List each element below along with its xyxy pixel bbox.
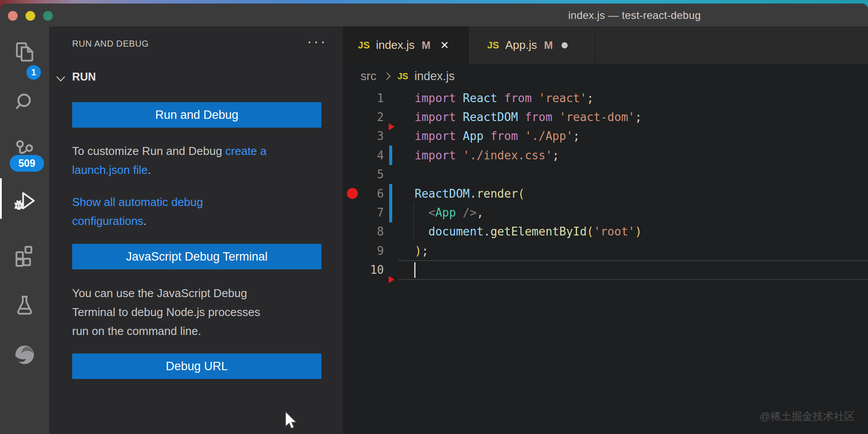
breakpoint-gutter[interactable] (343, 88, 361, 107)
js-debug-terminal-button[interactable]: JavaScript Debug Terminal (72, 244, 321, 269)
breakpoint-gutter[interactable] (343, 165, 361, 184)
vscode-window: index.js — test-react-debug 1 (0, 4, 868, 434)
line-number[interactable]: 1 (361, 92, 384, 105)
run-section-header[interactable]: RUN (49, 70, 343, 85)
breadcrumb-file[interactable]: index.js (414, 70, 455, 83)
code-line[interactable]: 6ReactDOM.render( (343, 184, 868, 203)
line-number[interactable]: 9 (361, 244, 384, 257)
line-number[interactable]: 8 (361, 225, 384, 238)
edge-browser-icon[interactable] (12, 342, 37, 367)
debug-icon (12, 188, 37, 213)
code-line[interactable]: 1import React from 'react'; (343, 88, 868, 107)
customize-hint-text: To customize Run and Debug create a laun… (72, 142, 332, 180)
code-line[interactable]: 10 (343, 261, 868, 280)
code-line[interactable]: 5 (343, 165, 868, 184)
breakpoint-gutter[interactable] (343, 241, 361, 260)
files-icon (12, 40, 37, 64)
breakpoint-gutter[interactable] (343, 203, 361, 222)
code-line[interactable]: 4import './index.css'; (343, 146, 868, 165)
sidebar-item-explorer[interactable] (12, 40, 37, 64)
unsaved-dot-icon[interactable] (562, 42, 568, 48)
screen: index.js — test-react-debug 1 (0, 0, 868, 434)
git-modified-bar (389, 203, 392, 222)
watermark: @稀土掘金技术社区 (760, 409, 855, 423)
sidebar-item-search[interactable] (12, 90, 37, 115)
breakpoint-gutter[interactable] (343, 107, 361, 126)
breakpoint-gutter[interactable] (343, 146, 361, 165)
more-actions-button[interactable]: ··· (307, 34, 327, 48)
sidebar-item-testing[interactable] (12, 293, 37, 317)
run-and-debug-panel: RUN AND DEBUG ··· RUN Run and Debug To c… (49, 26, 343, 434)
code-text: ); (415, 244, 428, 257)
line-number[interactable]: 7 (361, 206, 384, 219)
minimize-window-button[interactable] (26, 11, 35, 21)
code-text: <App />, (415, 206, 484, 219)
show-debug-configs-link[interactable]: Show all automatic debug (72, 195, 203, 209)
active-view-indicator (0, 178, 2, 219)
window-title: index.js — test-react-debug (510, 9, 759, 22)
breakpoint-gutter[interactable] (343, 222, 361, 241)
extensions-icon (12, 242, 37, 267)
code-text: import React from 'react'; (415, 92, 594, 105)
tab-label: App.js (505, 38, 537, 52)
text-cursor (414, 262, 416, 278)
modified-badge: M (422, 39, 430, 51)
breakpoint-gutter[interactable] (343, 261, 361, 280)
panel-title: RUN AND DEBUG (72, 39, 149, 49)
tab-bar: JS index.js M ✕ JS App.js M (343, 26, 868, 64)
indent-guide (413, 222, 414, 241)
git-modified-bar (389, 146, 392, 165)
line-number[interactable]: 5 (361, 168, 384, 181)
chevron-right-icon (384, 73, 390, 79)
code-editor[interactable]: 1import React from 'react';2import React… (343, 88, 868, 434)
code-text: import App from './App'; (415, 129, 580, 143)
run-and-debug-button[interactable]: Run and Debug (72, 102, 321, 128)
red-marker-icon (389, 123, 394, 130)
indent-guide (413, 203, 414, 222)
code-text: import './index.css'; (415, 149, 559, 162)
breadcrumb: src JS index.js (343, 64, 868, 88)
red-marker-icon (389, 276, 394, 283)
code-text: document.getElementById('root') (415, 225, 642, 238)
code-text: import ReactDOM from 'react-dom'; (415, 110, 642, 124)
modified-badge: M (544, 39, 553, 51)
breakpoint-gutter[interactable] (343, 127, 361, 146)
breakpoint-icon[interactable] (347, 188, 358, 199)
titlebar[interactable]: index.js — test-react-debug (0, 4, 868, 26)
flask-icon (12, 293, 37, 317)
breadcrumb-folder[interactable]: src (361, 70, 376, 83)
create-launch-json-link[interactable]: create a (225, 144, 266, 158)
create-launch-json-link[interactable]: launch.json file (72, 163, 148, 177)
line-number[interactable]: 4 (361, 149, 384, 162)
code-line[interactable]: 7 <App />, (343, 203, 868, 222)
close-tab-icon[interactable]: ✕ (440, 39, 449, 51)
line-number[interactable]: 6 (361, 187, 384, 200)
explorer-badge: 1 (26, 65, 41, 80)
code-line[interactable]: 8 document.getElementById('root') (343, 222, 868, 241)
terminal-hint-text: You can use the JavaScript Debug Termina… (72, 284, 332, 341)
maximize-window-button[interactable] (43, 11, 53, 21)
debug-url-button[interactable]: Debug URL (72, 353, 321, 379)
line-number[interactable]: 2 (361, 110, 384, 124)
activity-bar: 1 509 (0, 26, 49, 434)
tab-label: index.js (376, 38, 415, 52)
line-number[interactable]: 10 (361, 263, 384, 276)
sidebar-item-run-and-debug[interactable] (12, 188, 37, 213)
show-debug-configs-link[interactable]: configurations (72, 214, 143, 228)
js-file-icon: JS (487, 40, 499, 51)
line-number[interactable]: 3 (361, 129, 384, 143)
code-line[interactable]: 2import ReactDOM from 'react-dom'; (343, 107, 868, 126)
code-line[interactable]: 9); (343, 241, 868, 260)
tab-index-js[interactable]: JS index.js M ✕ (343, 26, 468, 64)
git-modified-bar (389, 184, 392, 203)
source-control-badge: 509 (10, 155, 44, 172)
sidebar-item-extensions[interactable] (12, 242, 37, 267)
show-debug-configs-block: Show all automatic debug configurations. (72, 193, 332, 231)
code-line[interactable]: 3import App from './App'; (343, 127, 868, 146)
breakpoint-gutter[interactable] (343, 184, 361, 203)
tab-app-js[interactable]: JS App.js M (468, 26, 595, 64)
js-file-icon: JS (358, 40, 370, 51)
code-text: ReactDOM.render( (415, 187, 525, 200)
close-window-button[interactable] (8, 11, 18, 21)
editor-group: JS index.js M ✕ JS App.js M src JS index… (343, 26, 868, 434)
